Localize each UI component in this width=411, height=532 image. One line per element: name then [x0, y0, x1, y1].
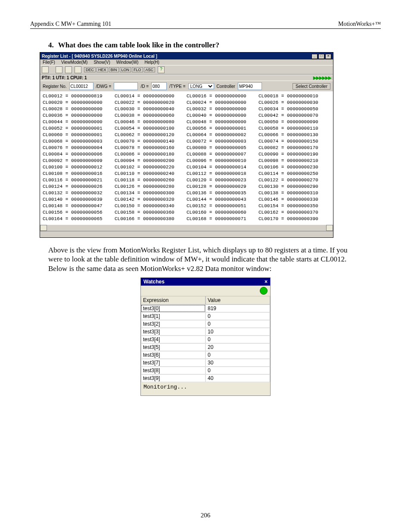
register-cell[interactable]: CL00078 = 00000000160 [115, 145, 187, 151]
register-cell[interactable]: CL00052 = 00000000001 [43, 125, 115, 132]
watch-expression[interactable]: test3[8] [141, 367, 206, 374]
register-cell[interactable]: CL00028 = 00000000000 [43, 106, 115, 112]
menu-item[interactable]: File(F) [43, 60, 55, 65]
register-cell[interactable]: CL00146 = 00000000330 [258, 196, 330, 203]
watch-row[interactable]: test3[0]819 [141, 305, 270, 312]
register-cell[interactable]: CL00024 = 00000000000 [187, 100, 258, 106]
register-cell[interactable]: CL00086 = 00000000180 [115, 151, 187, 158]
register-cell[interactable]: CL00088 = 00000000007 [187, 151, 258, 158]
watch-expression[interactable]: test3[0] [141, 305, 206, 312]
register-cell[interactable]: CL00160 = 00000000060 [187, 209, 258, 216]
col-expression[interactable]: Expression [141, 296, 206, 305]
watch-expression[interactable]: test3[4] [141, 336, 206, 343]
register-cell[interactable]: CL00076 = 00000000004 [43, 145, 115, 151]
register-cell[interactable]: CL00138 = 00000000310 [258, 190, 330, 196]
format-button[interactable]: FLO [132, 67, 143, 72]
watch-row[interactable]: test3[7]30 [141, 359, 270, 367]
register-cell[interactable]: CL00036 = 00000000000 [43, 112, 115, 119]
register-cell[interactable]: CL00066 = 00000000130 [258, 132, 330, 138]
register-cell[interactable]: CL00124 = 00000000026 [43, 184, 115, 190]
register-cell[interactable]: CL00118 = 00000000260 [115, 177, 187, 184]
register-cell[interactable]: CL00120 = 00000000023 [187, 177, 258, 184]
register-cell[interactable]: CL00114 = 00000000250 [258, 171, 330, 177]
watch-expression[interactable]: test3[2] [141, 320, 206, 328]
menu-item[interactable]: ViewMode(M) [61, 60, 88, 65]
register-cell[interactable]: CL00038 = 00000000060 [115, 112, 187, 119]
format-button[interactable]: DEC [84, 67, 96, 72]
col-value[interactable]: Value [206, 296, 270, 305]
watch-row[interactable]: test3[6]0 [141, 351, 270, 359]
register-cell[interactable]: CL00048 = 00000000000 [187, 119, 258, 125]
register-cell[interactable]: CL00162 = 00000000370 [258, 209, 330, 216]
format-button[interactable]: ASC [144, 67, 156, 72]
register-cell[interactable]: CL00044 = 00000000000 [43, 119, 115, 125]
register-cell[interactable]: CL00054 = 00000000100 [115, 125, 187, 132]
controller-input[interactable] [238, 82, 262, 90]
register-cell[interactable]: CL00098 = 00000000210 [258, 158, 330, 164]
register-cell[interactable]: CL00050 = 00000000090 [258, 119, 330, 125]
watch-row[interactable]: test3[2]0 [141, 320, 270, 328]
register-cell[interactable]: CL00064 = 00000000002 [187, 132, 258, 138]
format-button[interactable]: HEX [97, 67, 108, 72]
register-cell[interactable]: CL00062 = 00000000120 [115, 132, 187, 138]
watch-expression[interactable]: test3[6] [141, 351, 206, 359]
register-cell[interactable]: CL00134 = 00000000300 [115, 190, 187, 196]
window-controls[interactable]: _□× [311, 53, 331, 59]
watch-row[interactable]: test3[4]0 [141, 336, 270, 343]
register-cell[interactable]: CL00094 = 00000000200 [115, 158, 187, 164]
register-cell[interactable]: CL00168 = 00000000071 [187, 216, 258, 222]
menu-item[interactable]: Window(W) [116, 60, 139, 65]
register-cell[interactable]: CL00156 = 00000000056 [43, 209, 115, 216]
toolbar[interactable]: DECHEXBINLONFLOASC ? [40, 65, 333, 75]
register-cell[interactable]: CL00058 = 00000000110 [258, 125, 330, 132]
register-cell[interactable]: CL00014 = 00000000000 [115, 93, 187, 100]
register-cell[interactable]: CL00144 = 00000000043 [187, 196, 258, 203]
register-cell[interactable]: CL00016 = 00000000000 [187, 93, 258, 100]
watch-row[interactable]: test3[9]40 [141, 374, 270, 382]
register-cell[interactable]: CL00030 = 00000000040 [115, 106, 187, 112]
register-cell[interactable]: CL00152 = 00000000051 [187, 203, 258, 209]
dwg-input[interactable] [114, 82, 138, 90]
register-cell[interactable]: CL00106 = 00000000230 [258, 164, 330, 171]
menubar[interactable]: File(F)ViewMode(M)Show(V)Window(W)Help(H… [40, 59, 333, 65]
watch-row[interactable]: test3[1]0 [141, 312, 270, 320]
register-cell[interactable]: CL00148 = 00000000047 [43, 203, 115, 209]
register-cell[interactable]: CL00130 = 00000000290 [258, 184, 330, 190]
watch-expression[interactable]: test3[3] [141, 328, 206, 336]
register-cell[interactable]: CL00074 = 00000000150 [258, 138, 330, 145]
watches-titlebar[interactable]: Watches × [141, 278, 270, 286]
watch-row[interactable]: test3[8]0 [141, 367, 270, 374]
register-cell[interactable]: CL00012 = 00000000819 [43, 93, 115, 100]
d-input[interactable] [151, 82, 167, 90]
register-cell[interactable]: CL00128 = 00000000029 [187, 184, 258, 190]
tool-icon[interactable] [65, 66, 72, 73]
register-cell[interactable]: CL00032 = 00000000000 [187, 106, 258, 112]
register-cell[interactable]: CL00056 = 00000000001 [187, 125, 258, 132]
register-cell[interactable]: CL00092 = 00000000009 [43, 158, 115, 164]
register-cell[interactable]: CL00022 = 00000000020 [115, 100, 187, 106]
register-cell[interactable]: CL00116 = 00000000021 [43, 177, 115, 184]
register-cell[interactable]: CL00142 = 00000000320 [115, 196, 187, 203]
register-cell[interactable]: CL00090 = 00000000190 [258, 151, 330, 158]
register-cell[interactable]: CL00136 = 00000000035 [187, 190, 258, 196]
register-cell[interactable]: CL00102 = 00000000220 [115, 164, 187, 171]
register-cell[interactable]: CL00150 = 00000000340 [115, 203, 187, 209]
register-cell[interactable]: CL00082 = 00000000170 [258, 145, 330, 151]
select-controller-button[interactable]: Select Controller [293, 83, 330, 90]
register-cell[interactable]: CL00018 = 00000000010 [258, 93, 330, 100]
register-cell[interactable]: CL00140 = 00000000039 [43, 196, 115, 203]
register-cell[interactable]: CL00104 = 00000000014 [187, 164, 258, 171]
scroll-left-button[interactable] [40, 225, 47, 231]
register-cell[interactable]: CL00166 = 00000000380 [115, 216, 187, 222]
register-cell[interactable]: CL00040 = 00000000000 [187, 112, 258, 119]
register-cell[interactable]: CL00070 = 00000000140 [115, 138, 187, 145]
register-cell[interactable]: CL00100 = 00000000012 [43, 164, 115, 171]
help-icon[interactable]: ? [158, 66, 165, 73]
format-button[interactable]: LON [120, 67, 131, 72]
refresh-icon[interactable] [42, 66, 49, 73]
toolbar-format-buttons[interactable]: DECHEXBINLONFLOASC [84, 67, 155, 72]
menu-item[interactable]: Show(V) [93, 60, 110, 65]
register-cell[interactable]: CL00060 = 00000000001 [43, 132, 115, 138]
register-cell[interactable]: CL00132 = 00000000032 [43, 190, 115, 196]
regno-input[interactable] [69, 82, 93, 90]
